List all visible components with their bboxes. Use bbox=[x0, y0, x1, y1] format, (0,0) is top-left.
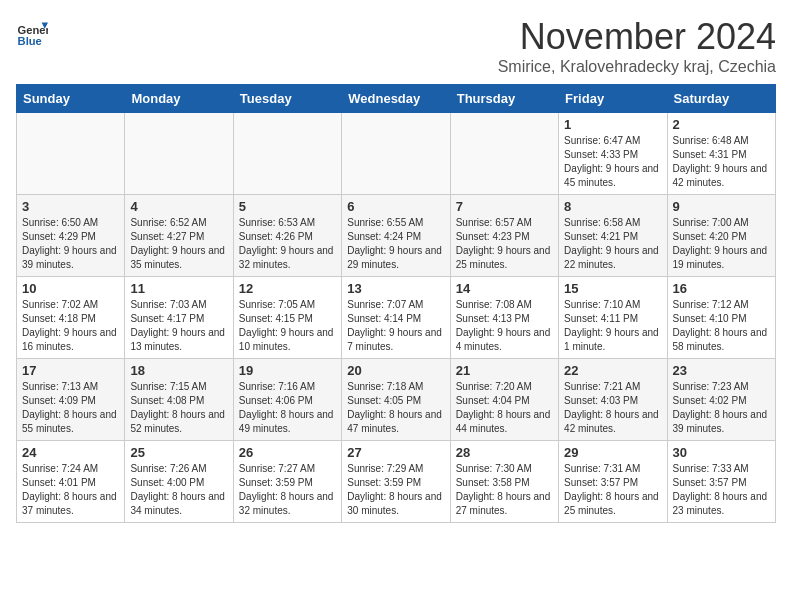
month-title: November 2024 bbox=[498, 16, 776, 58]
day-info: Sunrise: 6:58 AM Sunset: 4:21 PM Dayligh… bbox=[564, 216, 661, 272]
calendar-header-saturday: Saturday bbox=[667, 85, 775, 113]
title-area: November 2024 Smirice, Kralovehradecky k… bbox=[498, 16, 776, 76]
calendar-cell: 1Sunrise: 6:47 AM Sunset: 4:33 PM Daylig… bbox=[559, 113, 667, 195]
calendar-cell: 24Sunrise: 7:24 AM Sunset: 4:01 PM Dayli… bbox=[17, 441, 125, 523]
day-info: Sunrise: 7:08 AM Sunset: 4:13 PM Dayligh… bbox=[456, 298, 553, 354]
day-info: Sunrise: 7:12 AM Sunset: 4:10 PM Dayligh… bbox=[673, 298, 770, 354]
day-info: Sunrise: 7:10 AM Sunset: 4:11 PM Dayligh… bbox=[564, 298, 661, 354]
page-header: General Blue November 2024 Smirice, Kral… bbox=[16, 16, 776, 76]
calendar-cell: 20Sunrise: 7:18 AM Sunset: 4:05 PM Dayli… bbox=[342, 359, 450, 441]
day-info: Sunrise: 6:57 AM Sunset: 4:23 PM Dayligh… bbox=[456, 216, 553, 272]
calendar-header-row: SundayMondayTuesdayWednesdayThursdayFrid… bbox=[17, 85, 776, 113]
day-info: Sunrise: 7:00 AM Sunset: 4:20 PM Dayligh… bbox=[673, 216, 770, 272]
calendar-week-2: 3Sunrise: 6:50 AM Sunset: 4:29 PM Daylig… bbox=[17, 195, 776, 277]
calendar-cell: 28Sunrise: 7:30 AM Sunset: 3:58 PM Dayli… bbox=[450, 441, 558, 523]
day-number: 15 bbox=[564, 281, 661, 296]
calendar-cell: 29Sunrise: 7:31 AM Sunset: 3:57 PM Dayli… bbox=[559, 441, 667, 523]
day-info: Sunrise: 7:30 AM Sunset: 3:58 PM Dayligh… bbox=[456, 462, 553, 518]
day-number: 12 bbox=[239, 281, 336, 296]
calendar-cell: 27Sunrise: 7:29 AM Sunset: 3:59 PM Dayli… bbox=[342, 441, 450, 523]
calendar-cell: 26Sunrise: 7:27 AM Sunset: 3:59 PM Dayli… bbox=[233, 441, 341, 523]
calendar-cell: 13Sunrise: 7:07 AM Sunset: 4:14 PM Dayli… bbox=[342, 277, 450, 359]
day-number: 17 bbox=[22, 363, 119, 378]
calendar-header-monday: Monday bbox=[125, 85, 233, 113]
day-number: 1 bbox=[564, 117, 661, 132]
day-info: Sunrise: 7:18 AM Sunset: 4:05 PM Dayligh… bbox=[347, 380, 444, 436]
calendar-cell: 3Sunrise: 6:50 AM Sunset: 4:29 PM Daylig… bbox=[17, 195, 125, 277]
day-info: Sunrise: 7:03 AM Sunset: 4:17 PM Dayligh… bbox=[130, 298, 227, 354]
day-info: Sunrise: 7:15 AM Sunset: 4:08 PM Dayligh… bbox=[130, 380, 227, 436]
day-number: 16 bbox=[673, 281, 770, 296]
calendar-cell: 9Sunrise: 7:00 AM Sunset: 4:20 PM Daylig… bbox=[667, 195, 775, 277]
day-number: 22 bbox=[564, 363, 661, 378]
day-info: Sunrise: 7:29 AM Sunset: 3:59 PM Dayligh… bbox=[347, 462, 444, 518]
calendar-cell: 5Sunrise: 6:53 AM Sunset: 4:26 PM Daylig… bbox=[233, 195, 341, 277]
calendar-cell bbox=[233, 113, 341, 195]
day-number: 3 bbox=[22, 199, 119, 214]
day-number: 20 bbox=[347, 363, 444, 378]
calendar-cell: 11Sunrise: 7:03 AM Sunset: 4:17 PM Dayli… bbox=[125, 277, 233, 359]
calendar-header-thursday: Thursday bbox=[450, 85, 558, 113]
day-number: 5 bbox=[239, 199, 336, 214]
logo: General Blue bbox=[16, 16, 48, 48]
calendar-cell: 7Sunrise: 6:57 AM Sunset: 4:23 PM Daylig… bbox=[450, 195, 558, 277]
day-info: Sunrise: 6:48 AM Sunset: 4:31 PM Dayligh… bbox=[673, 134, 770, 190]
day-number: 29 bbox=[564, 445, 661, 460]
day-info: Sunrise: 7:05 AM Sunset: 4:15 PM Dayligh… bbox=[239, 298, 336, 354]
calendar-cell: 6Sunrise: 6:55 AM Sunset: 4:24 PM Daylig… bbox=[342, 195, 450, 277]
day-info: Sunrise: 7:33 AM Sunset: 3:57 PM Dayligh… bbox=[673, 462, 770, 518]
calendar-cell bbox=[125, 113, 233, 195]
day-number: 27 bbox=[347, 445, 444, 460]
calendar-cell: 4Sunrise: 6:52 AM Sunset: 4:27 PM Daylig… bbox=[125, 195, 233, 277]
day-info: Sunrise: 7:24 AM Sunset: 4:01 PM Dayligh… bbox=[22, 462, 119, 518]
calendar-header-wednesday: Wednesday bbox=[342, 85, 450, 113]
calendar-cell bbox=[342, 113, 450, 195]
day-info: Sunrise: 7:02 AM Sunset: 4:18 PM Dayligh… bbox=[22, 298, 119, 354]
day-info: Sunrise: 6:55 AM Sunset: 4:24 PM Dayligh… bbox=[347, 216, 444, 272]
calendar-cell: 12Sunrise: 7:05 AM Sunset: 4:15 PM Dayli… bbox=[233, 277, 341, 359]
day-number: 26 bbox=[239, 445, 336, 460]
calendar-cell: 19Sunrise: 7:16 AM Sunset: 4:06 PM Dayli… bbox=[233, 359, 341, 441]
calendar-cell: 25Sunrise: 7:26 AM Sunset: 4:00 PM Dayli… bbox=[125, 441, 233, 523]
day-number: 2 bbox=[673, 117, 770, 132]
calendar-cell: 15Sunrise: 7:10 AM Sunset: 4:11 PM Dayli… bbox=[559, 277, 667, 359]
calendar-cell: 10Sunrise: 7:02 AM Sunset: 4:18 PM Dayli… bbox=[17, 277, 125, 359]
calendar-cell: 22Sunrise: 7:21 AM Sunset: 4:03 PM Dayli… bbox=[559, 359, 667, 441]
day-info: Sunrise: 7:27 AM Sunset: 3:59 PM Dayligh… bbox=[239, 462, 336, 518]
day-number: 23 bbox=[673, 363, 770, 378]
day-number: 21 bbox=[456, 363, 553, 378]
day-info: Sunrise: 7:20 AM Sunset: 4:04 PM Dayligh… bbox=[456, 380, 553, 436]
day-number: 28 bbox=[456, 445, 553, 460]
day-number: 24 bbox=[22, 445, 119, 460]
calendar-cell: 2Sunrise: 6:48 AM Sunset: 4:31 PM Daylig… bbox=[667, 113, 775, 195]
day-info: Sunrise: 7:31 AM Sunset: 3:57 PM Dayligh… bbox=[564, 462, 661, 518]
calendar-cell: 23Sunrise: 7:23 AM Sunset: 4:02 PM Dayli… bbox=[667, 359, 775, 441]
calendar-cell bbox=[17, 113, 125, 195]
day-number: 9 bbox=[673, 199, 770, 214]
calendar-cell bbox=[450, 113, 558, 195]
day-info: Sunrise: 7:21 AM Sunset: 4:03 PM Dayligh… bbox=[564, 380, 661, 436]
svg-text:Blue: Blue bbox=[18, 35, 42, 47]
day-number: 13 bbox=[347, 281, 444, 296]
calendar-header-tuesday: Tuesday bbox=[233, 85, 341, 113]
day-number: 19 bbox=[239, 363, 336, 378]
day-info: Sunrise: 7:23 AM Sunset: 4:02 PM Dayligh… bbox=[673, 380, 770, 436]
calendar-header-sunday: Sunday bbox=[17, 85, 125, 113]
location: Smirice, Kralovehradecky kraj, Czechia bbox=[498, 58, 776, 76]
day-info: Sunrise: 6:52 AM Sunset: 4:27 PM Dayligh… bbox=[130, 216, 227, 272]
calendar-week-4: 17Sunrise: 7:13 AM Sunset: 4:09 PM Dayli… bbox=[17, 359, 776, 441]
day-number: 11 bbox=[130, 281, 227, 296]
calendar-week-3: 10Sunrise: 7:02 AM Sunset: 4:18 PM Dayli… bbox=[17, 277, 776, 359]
day-number: 7 bbox=[456, 199, 553, 214]
calendar-header-friday: Friday bbox=[559, 85, 667, 113]
day-number: 25 bbox=[130, 445, 227, 460]
calendar-week-1: 1Sunrise: 6:47 AM Sunset: 4:33 PM Daylig… bbox=[17, 113, 776, 195]
day-number: 4 bbox=[130, 199, 227, 214]
calendar-table: SundayMondayTuesdayWednesdayThursdayFrid… bbox=[16, 84, 776, 523]
day-info: Sunrise: 6:50 AM Sunset: 4:29 PM Dayligh… bbox=[22, 216, 119, 272]
day-number: 18 bbox=[130, 363, 227, 378]
calendar-cell: 16Sunrise: 7:12 AM Sunset: 4:10 PM Dayli… bbox=[667, 277, 775, 359]
calendar-cell: 14Sunrise: 7:08 AM Sunset: 4:13 PM Dayli… bbox=[450, 277, 558, 359]
day-info: Sunrise: 7:16 AM Sunset: 4:06 PM Dayligh… bbox=[239, 380, 336, 436]
day-info: Sunrise: 7:26 AM Sunset: 4:00 PM Dayligh… bbox=[130, 462, 227, 518]
